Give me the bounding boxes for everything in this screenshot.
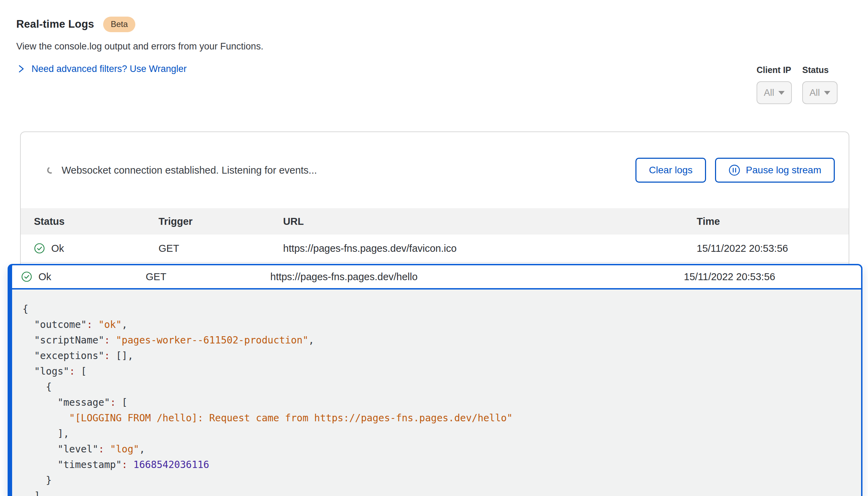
log-row-trigger: GET [146,271,270,283]
client-ip-filter-dropdown[interactable]: All [757,81,792,104]
spinner-icon [46,166,55,175]
client-ip-filter-value: All [764,88,774,98]
status-filter-value: All [810,88,820,98]
websocket-status: Websocket connection established. Listen… [47,165,317,176]
clear-logs-button[interactable]: Clear logs [635,158,706,183]
success-check-icon [21,271,32,282]
success-check-icon [34,243,45,254]
page-subtitle: View the console.log output and errors f… [16,41,263,52]
filters: Client IP All Status All [757,65,838,104]
realtime-logs-page: Real-time Logs Beta View the console.log… [0,0,868,496]
status-filter-label: Status [802,65,838,75]
chevron-right-icon [16,64,26,74]
log-row-time: 15/11/2022 20:53:56 [684,271,847,283]
log-detail-json: { "outcome": "ok", "scriptName": "pages-… [12,290,861,496]
log-row-url: https://pages-fns.pages.dev/favicon.ico [283,243,697,254]
column-header-time: Time [697,216,835,227]
caret-down-icon [824,91,830,95]
log-row-trigger: GET [159,243,283,254]
pause-icon [729,164,740,176]
page-title: Real-time Logs [16,18,94,30]
log-row-status: Ok [38,271,51,283]
log-row-time: 15/11/2022 20:53:56 [697,243,835,254]
column-header-url: URL [283,216,697,227]
pause-log-stream-button[interactable]: Pause log stream [715,158,835,183]
expanded-log-entry: Ok GET https://pages-fns.pages.dev/hello… [8,264,862,496]
caret-down-icon [778,91,785,95]
client-ip-filter-label: Client IP [757,65,792,75]
websocket-status-text: Websocket connection established. Listen… [62,165,317,176]
pause-log-stream-label: Pause log stream [746,165,821,176]
clear-logs-label: Clear logs [649,165,693,176]
log-row-url: https://pages-fns.pages.dev/hello [270,271,684,283]
log-row-favicon[interactable]: Ok GET https://pages-fns.pages.dev/favic… [21,235,849,263]
log-toolbar: Websocket connection established. Listen… [21,132,849,183]
status-filter-dropdown[interactable]: All [802,81,838,104]
advanced-filters-disclosure[interactable]: Need advanced filters? Use Wrangler [16,64,263,74]
log-row-status: Ok [51,243,64,254]
column-header-status: Status [34,216,159,227]
wrangler-link[interactable]: Need advanced filters? Use Wrangler [31,64,187,74]
log-table-header: Status Trigger URL Time [21,208,849,235]
column-header-trigger: Trigger [159,216,283,227]
log-row-hello-selected[interactable]: Ok GET https://pages-fns.pages.dev/hello… [12,265,861,290]
beta-badge: Beta [103,17,135,32]
page-header: Real-time Logs Beta View the console.log… [16,17,263,74]
